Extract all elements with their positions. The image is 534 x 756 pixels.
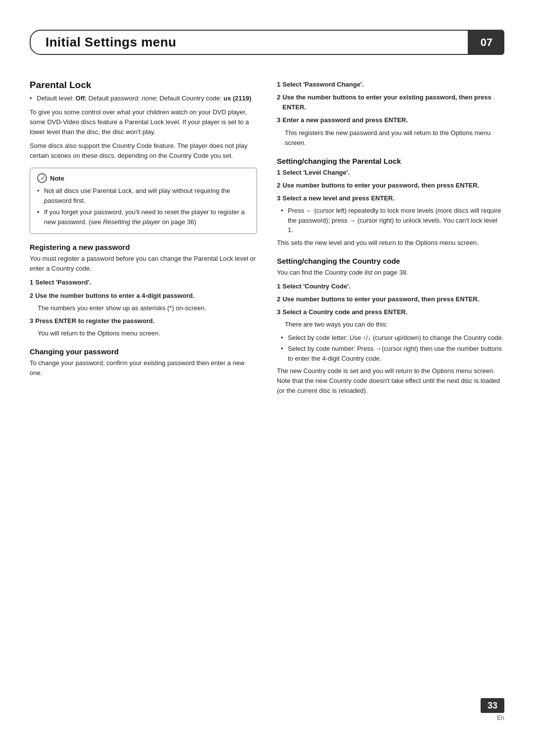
chpw-step-3-num: 3 — [277, 115, 280, 125]
note-item-1: Not all discs use Parental Lock, and wil… — [37, 186, 250, 205]
page-number-badge: 33 — [481, 698, 504, 713]
header-title-box: Initial Settings menu — [30, 30, 469, 55]
cc-step-2-label: Use number buttons to enter your passwor… — [282, 294, 479, 304]
page-lang: En — [497, 714, 504, 721]
reg-step-3-body: You will return to the Options menu scre… — [38, 329, 257, 338]
cc-step-1: 1 Select 'Country Code'. — [277, 282, 504, 291]
defaults-password: none — [141, 94, 156, 102]
pl-step-1-num: 1 — [277, 168, 280, 178]
pl-step-2-num: 2 — [277, 181, 280, 190]
page-container: Initial Settings menu 07 Parental Lock D… — [0, 0, 534, 756]
defaults-list: Default level: Off; Default password: no… — [30, 94, 257, 103]
pl-step-1: 1 Select 'Level Change'. — [277, 168, 504, 178]
registering-intro: You must register a password before you … — [30, 254, 257, 274]
cc-sub-bullet-2: Select by code number: Press →(cursor ri… — [281, 344, 504, 363]
content-columns: Parental Lock Default level: Off; Defaul… — [30, 80, 504, 400]
cc-step-3: 3 Select a Country code and press ENTER.… — [277, 307, 504, 363]
reg-step-2-num: 2 — [30, 291, 33, 301]
changing-password-title: Changing your password — [30, 347, 257, 356]
page-number-area: 33 En — [481, 698, 504, 721]
defaults-item: Default level: Off; Default password: no… — [30, 94, 257, 103]
reg-step-1: 1 Select 'Password'. — [30, 278, 257, 287]
registering-title: Registering a new password — [30, 243, 257, 251]
cc-step-1-label: Select 'Country Code'. — [282, 282, 351, 291]
note-header: ✓ Note — [37, 173, 250, 183]
intro-para-1: To give you some control over what your … — [30, 107, 257, 137]
left-column: Parental Lock Default level: Off; Defaul… — [30, 80, 257, 400]
reg-step-2-label: Use the number buttons to enter a 4-digi… — [35, 291, 194, 301]
chpw-step-1: 1 Select 'Password Change'. — [277, 80, 504, 90]
setting-country-code-intro: You can find the Country code list on pa… — [277, 268, 504, 278]
intro-para-2: Some discs also support the Country Code… — [30, 141, 257, 161]
chpw-step-1-label: Select 'Password Change'. — [282, 80, 363, 90]
pl-sub-bullet-1: Press ← (cursor left) repeatedly to lock… — [281, 206, 504, 235]
note-icon: ✓ — [37, 173, 47, 183]
reg-step-3: 3 Press ENTER to register the password. … — [30, 316, 257, 338]
pl-step-3-subbullets: Press ← (cursor left) repeatedly to lock… — [281, 206, 504, 235]
defaults-label1: Default level: — [37, 94, 76, 102]
note-label: Note — [50, 175, 64, 182]
defaults-sep1: ; Default password: — [85, 94, 142, 102]
chpw-step-2-label: Use the number buttons to enter your exi… — [282, 93, 504, 112]
setting-country-code-title: Setting/changing the Country code — [277, 257, 504, 265]
pl-outro: This sets the new level and you will ret… — [277, 238, 504, 248]
note-item-2: If you forget your password, you'll need… — [37, 207, 250, 227]
pl-step-3-num: 3 — [277, 193, 280, 203]
reg-step-2-body: The numbers you enter show up as asteris… — [38, 303, 257, 313]
right-column: 1 Select 'Password Change'. 2 Use the nu… — [277, 80, 504, 400]
changing-password-intro: To change your password, confirm your ex… — [30, 358, 257, 378]
pl-step-2: 2 Use number buttons to enter your passw… — [277, 181, 504, 190]
defaults-sep2: ; Default Country code: — [156, 94, 223, 102]
reg-step-3-num: 3 — [30, 316, 33, 326]
chpw-step-3-body: This registers the new password and you … — [285, 128, 504, 148]
page-title: Initial Settings menu — [45, 35, 177, 50]
cc-step-3-label: Select a Country code and press ENTER. — [282, 307, 407, 317]
cc-step-3-subbullets: Select by code letter: Use ↑/↓ (cursor u… — [281, 333, 504, 364]
cc-step-3-num: 3 — [277, 307, 280, 317]
cc-step-1-num: 1 — [277, 282, 280, 291]
cc-outro: The new Country code is set and you will… — [277, 366, 504, 396]
reg-step-3-label: Press ENTER to register the password. — [35, 316, 154, 326]
defaults-level: Off — [76, 94, 85, 102]
chpw-step-1-num: 1 — [277, 80, 280, 90]
cc-step-3-body: There are two ways you can do this: — [285, 320, 504, 330]
cc-step-2: 2 Use number buttons to enter your passw… — [277, 294, 504, 304]
cc-sub-bullet-1: Select by code letter: Use ↑/↓ (cursor u… — [281, 333, 504, 343]
page-header: Initial Settings menu 07 — [30, 30, 504, 55]
chpw-step-3: 3 Enter a new password and press ENTER. … — [277, 115, 504, 147]
pl-step-1-label: Select 'Level Change'. — [282, 168, 350, 178]
note-box: ✓ Note Not all discs use Parental Lock, … — [30, 168, 257, 234]
parental-lock-title: Parental Lock — [30, 80, 257, 91]
note-list: Not all discs use Parental Lock, and wil… — [37, 186, 250, 227]
pl-step-3: 3 Select a new level and press ENTER. Pr… — [277, 193, 504, 235]
defaults-country: us (2119) — [223, 94, 251, 102]
chapter-number-badge: 07 — [469, 30, 504, 55]
chpw-step-2: 2 Use the number buttons to enter your e… — [277, 93, 504, 112]
chpw-step-3-label: Enter a new password and press ENTER. — [282, 115, 408, 125]
pl-step-2-label: Use number buttons to enter your passwor… — [282, 181, 479, 190]
reg-step-2: 2 Use the number buttons to enter a 4-di… — [30, 291, 257, 313]
reg-step-1-num: 1 — [30, 278, 33, 287]
reg-step-1-label: Select 'Password'. — [35, 278, 91, 287]
pl-step-3-label: Select a new level and press ENTER. — [282, 193, 395, 203]
chpw-step-2-num: 2 — [277, 93, 280, 102]
setting-parental-lock-title: Setting/changing the Parental Lock — [277, 157, 504, 165]
cc-step-2-num: 2 — [277, 294, 280, 304]
